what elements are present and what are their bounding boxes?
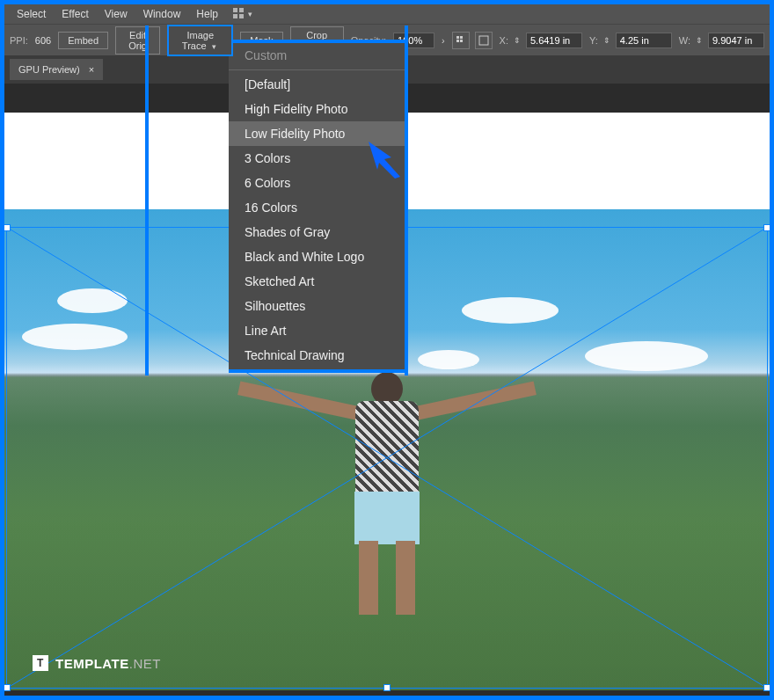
svg-rect-6 — [456, 40, 459, 42]
trace-preset-sketched-art[interactable]: Sketched Art — [229, 269, 405, 294]
workspace-switcher-icon[interactable] — [232, 7, 245, 22]
chevron-right-icon[interactable]: › — [442, 35, 445, 46]
selection-handle[interactable] — [763, 224, 770, 231]
menu-select[interactable]: Select — [10, 5, 53, 23]
svg-marker-11 — [369, 142, 400, 179]
svg-rect-0 — [233, 8, 237, 12]
selection-handle[interactable] — [4, 224, 11, 231]
x-label: X: — [500, 35, 508, 46]
trace-preset-silhouettes[interactable]: Silhouettes — [229, 294, 405, 318]
trace-preset-line-art[interactable]: Line Art — [229, 318, 405, 343]
trace-preset-technical-drawing[interactable]: Technical Drawing — [229, 343, 405, 368]
document-tab[interactable]: GPU Preview) × — [10, 59, 103, 80]
watermark-logo-icon: T — [33, 655, 48, 671]
trace-preset-high-fidelity[interactable]: High Fidelity Photo — [229, 97, 405, 121]
menu-separator — [229, 69, 405, 70]
svg-rect-1 — [239, 8, 244, 12]
close-icon[interactable]: × — [89, 64, 94, 75]
selection-handle[interactable] — [4, 684, 11, 691]
annotation-highlight-border — [145, 26, 149, 376]
stepper-icon[interactable]: ⇕ — [601, 36, 613, 45]
trace-preset-bw-logo[interactable]: Black and White Logo — [229, 244, 405, 269]
svg-rect-2 — [233, 14, 237, 18]
align-icon[interactable] — [452, 32, 470, 49]
ppi-label: PPI: — [10, 35, 28, 46]
transform-icon[interactable] — [475, 32, 493, 49]
trace-preset-16-colors[interactable]: 16 Colors — [229, 195, 405, 220]
svg-rect-7 — [460, 40, 463, 42]
svg-rect-5 — [460, 36, 463, 39]
w-input[interactable] — [708, 33, 764, 48]
image-trace-dropdown: Custom [Default] High Fidelity Photo Low… — [229, 40, 405, 373]
annotation-highlight-border — [405, 26, 408, 376]
trace-preset-shades-of-gray[interactable]: Shades of Gray — [229, 220, 405, 244]
menu-window[interactable]: Window — [136, 5, 188, 23]
y-input[interactable] — [616, 33, 672, 48]
svg-rect-4 — [456, 36, 459, 39]
y-label: Y: — [589, 35, 598, 46]
x-input[interactable] — [526, 33, 582, 48]
embed-button[interactable]: Embed — [58, 32, 108, 49]
svg-rect-8 — [479, 36, 488, 45]
stepper-icon[interactable]: ⇕ — [511, 36, 523, 45]
ppi-value: 606 — [35, 35, 51, 46]
selection-handle[interactable] — [763, 684, 770, 691]
edit-original-button[interactable]: Edit Orig — [115, 26, 160, 55]
trace-preset-default[interactable]: [Default] — [229, 72, 405, 97]
stepper-icon[interactable]: ⇕ — [693, 36, 705, 45]
menu-view[interactable]: View — [98, 5, 135, 23]
watermark-suffix: .NET — [129, 656, 161, 671]
svg-rect-3 — [239, 14, 244, 18]
menu-help[interactable]: Help — [189, 5, 225, 23]
chevron-down-icon: ▾ — [209, 42, 219, 51]
image-trace-button[interactable]: Image Trace ▾ — [167, 25, 233, 56]
menu-effect[interactable]: Effect — [55, 5, 95, 23]
watermark: T TEMPLATE.NET — [33, 655, 161, 671]
selection-handle[interactable] — [383, 684, 391, 691]
w-label: W: — [679, 35, 690, 46]
menu-bar: Select Effect View Window Help ▾ — [4, 4, 770, 24]
document-tab-title: GPU Preview) — [18, 64, 80, 75]
chevron-down-icon[interactable]: ▾ — [248, 10, 252, 18]
watermark-brand: TEMPLATE — [55, 656, 129, 671]
trace-preset-custom: Custom — [229, 43, 405, 68]
annotation-arrow-icon — [365, 138, 407, 180]
